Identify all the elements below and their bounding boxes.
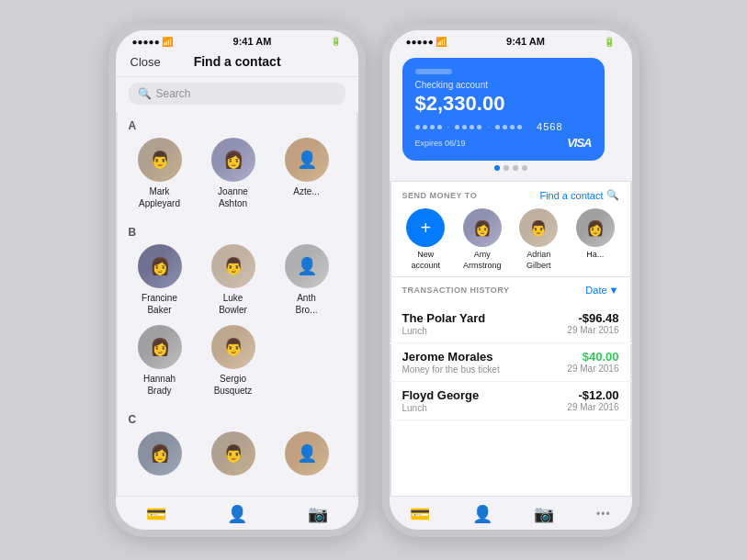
transaction-history-section: TRANSACTION HISTORY Date ▼ bbox=[390, 277, 632, 305]
contact-c3[interactable]: 👤 bbox=[274, 431, 340, 479]
tx-name-1: The Polar Yard bbox=[402, 311, 486, 325]
new-account-avatar: + bbox=[406, 208, 445, 247]
find-contact-text: Find a contact bbox=[539, 190, 603, 201]
card-last-four: 4568 bbox=[537, 121, 562, 132]
tab-more-right[interactable]: ••• bbox=[596, 508, 611, 521]
send-adrian-label: AdrianGilbert bbox=[526, 250, 551, 271]
search-icon-right: 🔍 bbox=[606, 189, 619, 201]
send-new-account-label: Newaccount bbox=[411, 250, 440, 271]
battery-icon: 🔋 bbox=[331, 37, 341, 46]
right-time: 9:41 AM bbox=[506, 36, 545, 47]
contact-name-joanne: JoanneAshton bbox=[218, 185, 248, 209]
send-money-title-row: SEND MONEY TO Find a contact 🔍 bbox=[402, 189, 619, 201]
send-ha[interactable]: 👩 Ha... bbox=[572, 208, 619, 261]
contact-joanne-ashton[interactable]: 👩 JoanneAshton bbox=[200, 138, 266, 209]
right-tab-active-indicator bbox=[412, 530, 428, 532]
chevron-down-icon: ▼ bbox=[609, 285, 619, 296]
tab-camera-right[interactable]: 📷 bbox=[534, 504, 554, 524]
contact-name-anth: AnthBro... bbox=[296, 292, 318, 316]
contact-hannah-brady[interactable]: 👩 HannahBrady bbox=[127, 325, 193, 397]
contact-mark-appleyard[interactable]: 👨 MarkAppleyard bbox=[127, 138, 193, 209]
contact-anth[interactable]: 👤 AnthBro... bbox=[274, 244, 340, 316]
tx-name-3: Floyd George bbox=[402, 388, 480, 402]
dot5 bbox=[455, 125, 459, 129]
contact-name-luke: LukeBowler bbox=[219, 292, 247, 316]
dot-spacer2: · bbox=[487, 122, 490, 132]
tab-profile-left[interactable]: 👤 bbox=[227, 504, 247, 524]
avatar-amy: 👩 bbox=[463, 208, 502, 247]
avatar-joanne: 👩 bbox=[211, 138, 255, 182]
tx-section-title: TRANSACTION HISTORY bbox=[402, 286, 510, 295]
send-money-title: SEND MONEY TO bbox=[402, 191, 478, 200]
card-area: Checking account $2,330.00 · · bbox=[390, 49, 632, 181]
signal-icons: ●●●●● 📶 bbox=[132, 37, 174, 47]
tab-card-left[interactable]: 💳 bbox=[146, 504, 166, 524]
tx-jerome-morales[interactable]: Jerome Morales $40.00 Money for the bus … bbox=[390, 343, 632, 382]
tx-polar-yard[interactable]: The Polar Yard -$96.48 Lunch 29 Mar 2016 bbox=[390, 305, 632, 343]
search-icon: 🔍 bbox=[138, 87, 152, 100]
ind-dot-4 bbox=[522, 165, 527, 171]
contact-luke-bowler[interactable]: 👨 LukeBowler bbox=[200, 244, 266, 316]
send-money-section: SEND MONEY TO Find a contact 🔍 + Newacco… bbox=[390, 182, 632, 276]
avatar-mark: 👨 bbox=[138, 138, 182, 182]
tx-sub-row-2: Money for the bus ticket 29 Mar 2016 bbox=[402, 364, 619, 375]
search-placeholder: Search bbox=[156, 87, 191, 100]
card-label: Checking account bbox=[415, 80, 592, 90]
right-tab-bar: 💳 👤 📷 ••• bbox=[390, 496, 632, 530]
avatar-c3: 👤 bbox=[285, 431, 329, 476]
tab-card-right[interactable]: 💳 bbox=[410, 504, 430, 524]
tab-camera-left[interactable]: 📷 bbox=[308, 504, 328, 524]
tx-floyd-george[interactable]: Floyd George -$12.00 Lunch 29 Mar 2016 bbox=[390, 382, 632, 420]
card-number-dots: · · 4568 bbox=[415, 121, 592, 132]
dot11 bbox=[510, 125, 515, 129]
send-new-account[interactable]: + Newaccount bbox=[402, 208, 450, 271]
transaction-list: The Polar Yard -$96.48 Lunch 29 Mar 2016… bbox=[390, 305, 632, 496]
ind-dot-3 bbox=[513, 165, 518, 171]
search-input[interactable]: 🔍 Search bbox=[129, 83, 345, 105]
bank-card[interactable]: Checking account $2,330.00 · · bbox=[402, 58, 605, 161]
visa-label: VISA bbox=[567, 136, 591, 150]
right-battery: 🔋 bbox=[604, 37, 615, 47]
left-tab-bar: 💳 👤 📷 bbox=[116, 496, 358, 530]
contact-francine-baker[interactable]: 👩 FrancineBaker bbox=[127, 244, 193, 316]
avatar-aztec: 👤 bbox=[285, 138, 329, 182]
ind-dot-2 bbox=[504, 165, 509, 171]
contact-name-francine: FrancineBaker bbox=[141, 292, 177, 316]
avatar-adrian: 👨 bbox=[519, 208, 558, 247]
card-expires: Expires 06/19 bbox=[415, 139, 466, 148]
avatar-c2: 👨 bbox=[211, 431, 255, 476]
tx-amount-2: $40.00 bbox=[583, 350, 619, 364]
dot10 bbox=[503, 125, 507, 129]
section-header-b: B bbox=[127, 218, 347, 244]
right-signal: ●●●●● 📶 bbox=[406, 37, 447, 47]
avatar-anth: 👤 bbox=[285, 244, 329, 288]
close-button[interactable]: Close bbox=[130, 55, 161, 69]
phones-container: ●●●●● 📶 9:41 AM 🔋 Close Find a contact 🔍… bbox=[108, 23, 639, 537]
tx-sub-3: Lunch bbox=[402, 403, 427, 413]
tx-amount-1: -$96.48 bbox=[578, 311, 618, 325]
contact-c2[interactable]: 👨 bbox=[200, 431, 266, 479]
send-adrian-gilbert[interactable]: 👨 AdrianGilbert bbox=[515, 208, 563, 271]
card-amount: $2,330.00 bbox=[415, 92, 592, 116]
dot-spacer1: · bbox=[447, 122, 450, 132]
find-contact-link[interactable]: Find a contact 🔍 bbox=[539, 189, 618, 201]
ind-dot-1 bbox=[494, 165, 500, 171]
send-amy-armstrong[interactable]: 👩 AmyArmstrong bbox=[458, 208, 506, 271]
avatar-c1: 👩 bbox=[138, 431, 182, 476]
date-filter[interactable]: Date ▼ bbox=[585, 285, 618, 296]
dot1 bbox=[415, 125, 420, 129]
contact-aztec[interactable]: 👤 Azte... bbox=[274, 138, 340, 209]
card-footer: Expires 06/19 VISA bbox=[415, 136, 592, 150]
contacts-row-a: 👨 MarkAppleyard 👩 JoanneAshton 👤 Azte... bbox=[127, 138, 347, 209]
send-amy-label: AmyArmstrong bbox=[463, 250, 502, 271]
dot12 bbox=[517, 125, 522, 129]
avatar-francine: 👩 bbox=[138, 244, 182, 288]
contact-c1[interactable]: 👩 bbox=[127, 431, 193, 479]
tab-profile-right[interactable]: 👤 bbox=[472, 504, 492, 524]
dot4 bbox=[437, 125, 442, 129]
contact-sergio-busquetz[interactable]: 👨 SergioBusquetz bbox=[200, 325, 266, 397]
dot8 bbox=[477, 125, 481, 129]
tx-date-2: 29 Mar 2016 bbox=[567, 364, 618, 374]
tx-row-1: The Polar Yard -$96.48 bbox=[402, 311, 619, 325]
contact-name-sergio: SergioBusquetz bbox=[214, 373, 253, 397]
